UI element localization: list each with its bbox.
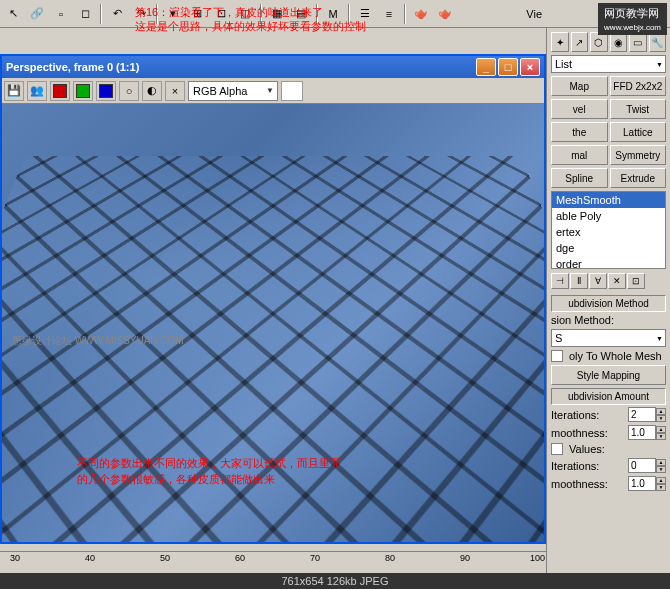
modifier-meshsmooth[interactable]: MeshSmooth <box>552 192 665 208</box>
spin-up-icon[interactable]: ▲ <box>656 426 666 433</box>
tool-link-icon[interactable]: 🔗 <box>26 3 48 25</box>
method-dropdown[interactable]: S <box>551 329 666 347</box>
tab-utilities-icon[interactable]: 🔧 <box>649 32 667 52</box>
render-viewport: 思缘设计论坛 WWW.MISSYUAN.COM 不同的参数出来不同的效果，大家可… <box>2 104 544 542</box>
modifier-list-dropdown[interactable]: List <box>551 55 666 73</box>
blank-swatch[interactable] <box>281 81 303 101</box>
modifier-icons-row: ⊣ Ⅱ ∀ ✕ ⊡ <box>551 273 666 289</box>
btn-lattice[interactable]: Lattice <box>610 122 667 142</box>
iterations2-input[interactable] <box>628 458 656 473</box>
pin-stack-icon[interactable]: ⊣ <box>551 273 569 289</box>
channel-dropdown[interactable]: RGB Alpha <box>188 81 278 101</box>
render-toolbar: 💾 👥 ○ ◐ × RGB Alpha <box>2 78 544 104</box>
command-panel: ✦ ↗ ⬡ ◉ ▭ 🔧 List MapFFD 2x2x2 velTwist t… <box>546 28 670 573</box>
btn-style-mapping[interactable]: Style Mapping <box>551 365 666 385</box>
tool-select-icon[interactable]: ↖ <box>2 3 24 25</box>
status-bar: 761x654 126kb JPEG <box>0 573 670 589</box>
modifier-vertex[interactable]: ertex <box>552 224 665 240</box>
rollout-subdiv-amount[interactable]: ubdivision Amount <box>551 388 666 405</box>
spin-down-icon[interactable]: ▼ <box>656 415 666 422</box>
rollout-subdiv-method[interactable]: ubdivision Method <box>551 295 666 312</box>
tick-30: 30 <box>10 553 20 563</box>
tab-hierarchy-icon[interactable]: ⬡ <box>590 32 608 52</box>
label-values: Values: <box>569 443 666 455</box>
timeline-ruler[interactable]: 30 40 50 60 70 80 90 100 <box>0 551 546 569</box>
spinner-smoothness2[interactable]: ▲▼ <box>628 476 666 491</box>
btn-symmetry[interactable]: Symmetry <box>610 145 667 165</box>
iterations-input[interactable] <box>628 407 656 422</box>
modifier-editablepoly[interactable]: able Poly <box>552 208 665 224</box>
spin-up-icon[interactable]: ▲ <box>656 459 666 466</box>
people-icon[interactable]: 👥 <box>27 81 47 101</box>
tool-align-icon[interactable]: ≡ <box>378 3 400 25</box>
mono-icon[interactable]: ○ <box>119 81 139 101</box>
modifier-stack[interactable]: MeshSmooth able Poly ertex dge order <box>551 191 666 269</box>
list-label: List <box>555 58 572 70</box>
configure-icon[interactable]: ⊡ <box>627 273 645 289</box>
smoothness2-input[interactable] <box>628 476 656 491</box>
spinner-iterations[interactable]: ▲▼ <box>628 407 666 422</box>
btn-ffd[interactable]: FFD 2x2x2 <box>610 76 667 96</box>
watermark-mid: 思缘设计论坛 WWW.MISSYUAN.COM <box>12 334 184 348</box>
watermark-url: www.webjx.com <box>604 23 661 32</box>
label-smoothness2: moothness: <box>551 478 625 490</box>
color-blue-swatch[interactable] <box>96 81 116 101</box>
tool-render2-icon[interactable]: 🫖 <box>434 3 456 25</box>
annotation-bottom-line2: 的几个参数很敏感，各种皮质都能做出来 <box>77 472 341 487</box>
btn-mal[interactable]: mal <box>551 145 608 165</box>
annotation-line2: 这是是个思路，具体的效果好坏要看参数的控制 <box>135 19 366 33</box>
annotation-bottom-line1: 不同的参数出来不同的效果，大家可以试试，而且里面 <box>77 456 341 471</box>
tool-box-icon[interactable]: ▫ <box>50 3 72 25</box>
alpha-icon[interactable]: ◐ <box>142 81 162 101</box>
tick-90: 90 <box>460 553 470 563</box>
spin-down-icon[interactable]: ▼ <box>656 484 666 491</box>
tick-70: 70 <box>310 553 320 563</box>
label-iterations2: Iterations: <box>551 460 625 472</box>
color-red-swatch[interactable] <box>50 81 70 101</box>
show-end-icon[interactable]: Ⅱ <box>570 273 588 289</box>
tab-create-icon[interactable]: ✦ <box>551 32 569 52</box>
label-whole-mesh: oly To Whole Mesh <box>569 350 666 362</box>
btn-extrude[interactable]: Extrude <box>610 168 667 188</box>
tab-display-icon[interactable]: ▭ <box>629 32 647 52</box>
tick-40: 40 <box>85 553 95 563</box>
modifier-border[interactable]: order <box>552 256 665 269</box>
spinner-smoothness1[interactable]: ▲▼ <box>628 425 666 440</box>
save-icon[interactable]: 💾 <box>4 81 24 101</box>
checkbox-values[interactable] <box>551 443 563 455</box>
make-unique-icon[interactable]: ∀ <box>589 273 607 289</box>
btn-vel[interactable]: vel <box>551 99 608 119</box>
clear-icon[interactable]: × <box>165 81 185 101</box>
minimize-button[interactable]: _ <box>476 58 496 76</box>
smoothness1-input[interactable] <box>628 425 656 440</box>
annotation-bottom: 不同的参数出来不同的效果，大家可以试试，而且里面 的几个参数很敏感，各种皮质都能… <box>77 456 341 487</box>
annotation-top: 第16：渲染看了下，真皮的味道出来了 这是是个思路，具体的效果好坏要看参数的控制 <box>135 5 366 34</box>
remove-mod-icon[interactable]: ✕ <box>608 273 626 289</box>
tool-render1-icon[interactable]: 🫖 <box>410 3 432 25</box>
status-text: 761x654 126kb JPEG <box>281 575 388 587</box>
modifier-edge[interactable]: dge <box>552 240 665 256</box>
btn-spline[interactable]: Spline <box>551 168 608 188</box>
checkbox-whole-mesh[interactable] <box>551 350 563 362</box>
render-titlebar[interactable]: Perspective, frame 0 (1:1) _ □ × <box>2 56 544 78</box>
spin-up-icon[interactable]: ▲ <box>656 408 666 415</box>
spin-down-icon[interactable]: ▼ <box>656 466 666 473</box>
btn-map[interactable]: Map <box>551 76 608 96</box>
tick-60: 60 <box>235 553 245 563</box>
spin-up-icon[interactable]: ▲ <box>656 477 666 484</box>
close-button[interactable]: × <box>520 58 540 76</box>
watermark-top: 网页教学网 www.webjx.com <box>598 3 667 35</box>
tick-80: 80 <box>385 553 395 563</box>
maximize-button[interactable]: □ <box>498 58 518 76</box>
btn-the[interactable]: the <box>551 122 608 142</box>
tab-modify-icon[interactable]: ↗ <box>571 32 589 52</box>
spin-down-icon[interactable]: ▼ <box>656 433 666 440</box>
btn-twist[interactable]: Twist <box>610 99 667 119</box>
tool-box2-icon[interactable]: ◻ <box>74 3 96 25</box>
tool-undo-icon[interactable]: ↶ <box>106 3 128 25</box>
spinner-iterations2[interactable]: ▲▼ <box>628 458 666 473</box>
color-green-swatch[interactable] <box>73 81 93 101</box>
label-smoothness1: moothness: <box>551 427 625 439</box>
render-window: Perspective, frame 0 (1:1) _ □ × 💾 👥 ○ ◐… <box>0 54 546 544</box>
tab-motion-icon[interactable]: ◉ <box>610 32 628 52</box>
